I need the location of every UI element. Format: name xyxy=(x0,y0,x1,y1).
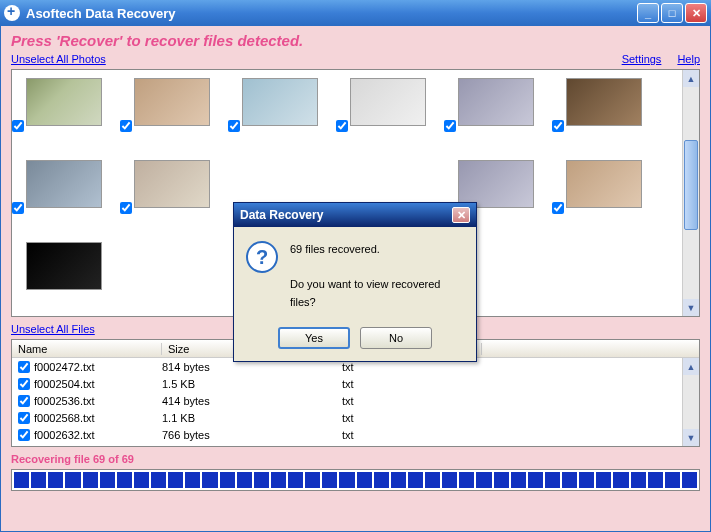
file-ext: txt xyxy=(342,395,482,407)
instruction-text: Press 'Recover' to recover files detecte… xyxy=(11,32,700,49)
thumbnail xyxy=(566,160,642,208)
photo-checkbox[interactable] xyxy=(552,202,564,214)
table-row[interactable]: f0002536.txt414 bytestxt xyxy=(12,392,699,409)
file-size: 1.5 KB xyxy=(162,378,342,390)
thumbnail xyxy=(242,78,318,126)
thumbnail xyxy=(350,78,426,126)
file-checkbox[interactable] xyxy=(18,395,30,407)
file-ext: txt xyxy=(342,429,482,441)
file-checkbox[interactable] xyxy=(18,378,30,390)
status-text: Recovering file 69 of 69 xyxy=(11,453,700,465)
dialog-line2: Do you want to view recovered files? xyxy=(290,276,464,311)
photo-item[interactable] xyxy=(458,160,534,208)
photo-item[interactable] xyxy=(134,160,210,208)
dialog-title: Data Recovery xyxy=(240,208,452,222)
help-link[interactable]: Help xyxy=(677,53,700,65)
scroll-up-icon[interactable]: ▲ xyxy=(683,70,699,87)
minimize-button[interactable]: _ xyxy=(637,3,659,23)
scroll-down-icon[interactable]: ▼ xyxy=(683,299,699,316)
photo-item[interactable] xyxy=(566,78,642,126)
table-row[interactable]: f0002568.txt1.1 KBtxt xyxy=(12,409,699,426)
progress-bar xyxy=(11,469,700,491)
thumbnail xyxy=(566,78,642,126)
photo-item[interactable] xyxy=(26,78,102,126)
scroll-up-icon[interactable]: ▲ xyxy=(683,358,699,375)
photo-checkbox[interactable] xyxy=(12,120,24,132)
file-checkbox[interactable] xyxy=(18,429,30,441)
thumbnail xyxy=(134,160,210,208)
photo-checkbox[interactable] xyxy=(444,120,456,132)
file-rows: f0002472.txt814 bytestxt f0002504.txt1.5… xyxy=(12,358,699,443)
photo-checkbox[interactable] xyxy=(228,120,240,132)
photo-checkbox[interactable] xyxy=(120,120,132,132)
dialog: Data Recovery ✕ ? 69 files recovered. Do… xyxy=(233,202,477,362)
thumbnail xyxy=(458,160,534,208)
file-checkbox[interactable] xyxy=(18,361,30,373)
photo-item[interactable] xyxy=(26,160,102,208)
dialog-close-button[interactable]: ✕ xyxy=(452,207,470,223)
photo-item[interactable] xyxy=(350,78,426,126)
scroll-thumb[interactable] xyxy=(684,140,698,230)
file-checkbox[interactable] xyxy=(18,412,30,424)
dialog-text: 69 files recovered. Do you want to view … xyxy=(290,241,464,311)
unselect-files-link[interactable]: Unselect All Files xyxy=(11,323,95,335)
file-name: f0002536.txt xyxy=(34,395,162,407)
photo-item[interactable] xyxy=(134,78,210,126)
photo-checkbox[interactable] xyxy=(12,202,24,214)
photo-checkbox[interactable] xyxy=(552,120,564,132)
scroll-down-icon[interactable]: ▼ xyxy=(683,429,699,446)
dialog-titlebar: Data Recovery ✕ xyxy=(234,203,476,227)
top-links-row: Unselect All Photos Settings Help xyxy=(11,53,700,65)
file-scrollbar[interactable]: ▲ ▼ xyxy=(682,358,699,446)
col-name[interactable]: Name xyxy=(12,343,162,355)
photo-checkbox[interactable] xyxy=(120,202,132,214)
close-button[interactable]: ✕ xyxy=(685,3,707,23)
photo-item[interactable] xyxy=(26,242,102,290)
app-body: Press 'Recover' to recover files detecte… xyxy=(0,26,711,532)
file-name: f0002504.txt xyxy=(34,378,162,390)
app-icon xyxy=(4,5,20,21)
thumbnail xyxy=(26,242,102,290)
table-row[interactable]: f0002504.txt1.5 KBtxt xyxy=(12,375,699,392)
file-ext: txt xyxy=(342,378,482,390)
file-ext: txt xyxy=(342,412,482,424)
file-size: 414 bytes xyxy=(162,395,342,407)
table-row[interactable]: f0002632.txt766 bytestxt xyxy=(12,426,699,443)
thumbnail xyxy=(134,78,210,126)
dialog-line1: 69 files recovered. xyxy=(290,241,464,259)
file-name: f0002568.txt xyxy=(34,412,162,424)
titlebar: Asoftech Data Recovery _ □ ✕ xyxy=(0,0,711,26)
photo-item[interactable] xyxy=(458,78,534,126)
photo-item[interactable] xyxy=(242,78,318,126)
no-button[interactable]: No xyxy=(360,327,432,349)
photo-checkbox[interactable] xyxy=(336,120,348,132)
file-size: 766 bytes xyxy=(162,429,342,441)
thumbnail xyxy=(458,78,534,126)
thumbnail xyxy=(26,160,102,208)
maximize-button[interactable]: □ xyxy=(661,3,683,23)
yes-button[interactable]: Yes xyxy=(278,327,350,349)
photo-item[interactable] xyxy=(566,160,642,208)
file-name: f0002632.txt xyxy=(34,429,162,441)
photo-scrollbar[interactable]: ▲ ▼ xyxy=(682,70,699,316)
unselect-photos-link[interactable]: Unselect All Photos xyxy=(11,53,106,65)
question-icon: ? xyxy=(246,241,278,273)
window-title: Asoftech Data Recovery xyxy=(26,6,637,21)
file-size: 1.1 KB xyxy=(162,412,342,424)
thumbnail xyxy=(26,78,102,126)
settings-link[interactable]: Settings xyxy=(622,53,662,65)
file-name: f0002472.txt xyxy=(34,361,162,373)
